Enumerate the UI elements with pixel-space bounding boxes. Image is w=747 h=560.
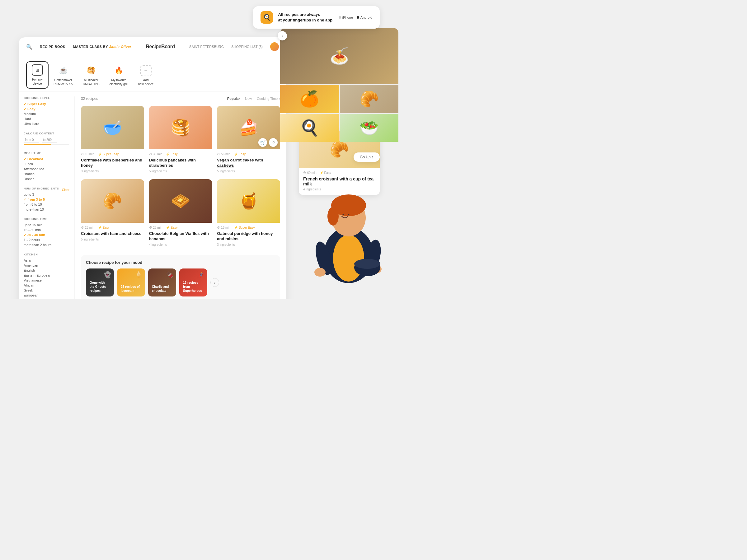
ios-badge[interactable]: iPhone <box>339 16 353 19</box>
recipe-time-3: ⏱ 56 min <box>217 153 230 156</box>
food-photo-orange: 🍊 <box>280 85 339 113</box>
search-icon[interactable]: 🔍 <box>26 44 32 50</box>
filter-more-than-10[interactable]: more than 10 <box>24 208 70 211</box>
filter-5-to-10[interactable]: from 5 to 10 <box>24 203 70 206</box>
filter-english[interactable]: English <box>24 268 70 272</box>
mood-cards: 👻 Gone with the Ghosts recipes 🍦 25 reci… <box>86 268 275 296</box>
filter-eastern-european[interactable]: Eastern European <box>24 273 70 277</box>
nav-location: SAINT-PETERSBURG <box>189 45 224 49</box>
sidebar: COOKING LEVEL Super Easy Easy Medium Har… <box>19 97 75 299</box>
filter-dinner[interactable]: Dinner <box>24 177 70 181</box>
filter-3-to-5[interactable]: from 3 to 5 <box>24 197 70 201</box>
filter-easy[interactable]: Easy <box>24 107 70 111</box>
filter-title-cooking-time: COOKING TIME <box>24 217 70 220</box>
recipe-card-6[interactable]: 🍯 ⏱ 15 min ⚡ Super Easy Oatmeal porridge… <box>217 179 280 248</box>
scroll-right-button[interactable]: › <box>278 31 287 41</box>
filter-1-2-hours[interactable]: 1 - 2 hours <box>24 238 70 242</box>
filter-asian[interactable]: Asian <box>24 259 70 262</box>
recipe-card-3[interactable]: 🍰 🛒 ♡ ⏱ 56 min ⚡ Easy Vegan carrot cakes <box>217 106 280 174</box>
filter-more-2-hours[interactable]: more than 2 hours <box>24 243 70 247</box>
filter-15-30[interactable]: 15 - 30 min <box>24 228 70 232</box>
favorite-button-3[interactable]: ♡ <box>269 138 278 147</box>
mood-card-icecream[interactable]: 🍦 25 recipes of icecream <box>117 268 145 296</box>
nav-recipe-book[interactable]: RECIPE BOOK <box>40 45 66 49</box>
coffeemaker-icon: ☕ <box>58 65 69 76</box>
filter-up-to-15[interactable]: up to 15 min <box>24 223 70 227</box>
promo-icon: 🍳 <box>260 11 273 24</box>
grill-icon: 🔥 <box>113 65 125 76</box>
recipe-name-3[interactable]: Vegan carrot cakes with cashews <box>217 158 280 168</box>
filter-calorie: CALORIE CONTENT <box>24 132 70 145</box>
filter-up-to-3[interactable]: up to 3 <box>24 193 70 196</box>
filter-greek[interactable]: Greek <box>24 288 70 292</box>
recipe-card-4[interactable]: 🥐 ⏱ 25 min ⚡ Easy Croissant with ham and… <box>81 179 144 248</box>
recipe-difficulty-2: ⚡ Easy <box>166 153 177 156</box>
calorie-from-input[interactable] <box>24 137 39 142</box>
recipe-ingredients-5: 4 ingredients <box>149 243 212 246</box>
filter-30-40[interactable]: 30 - 40 min <box>24 233 70 237</box>
filter-num-ingredients: NUM OF INGREDIENTS Clear up to 3 from 3 … <box>24 187 70 211</box>
filter-medium[interactable]: Medium <box>24 112 70 116</box>
filter-super-easy[interactable]: Super Easy <box>24 102 70 106</box>
recipe-difficulty-6: ⚡ Super Easy <box>234 226 255 229</box>
filter-african[interactable]: African <box>24 284 70 287</box>
add-to-cart-button-3[interactable]: 🛒 <box>258 138 267 147</box>
app-icon: 🍳 <box>263 14 271 21</box>
device-coffeemaker[interactable]: ☕ CoffeemakerRCM-M15095 <box>49 62 78 89</box>
promo-banner: 🍳 All recipes are always at your fingert… <box>253 6 380 29</box>
recipe-ingredients-2: 5 ingredients <box>149 169 212 173</box>
superheroes-icon: 🦸 <box>197 271 205 278</box>
recipe-name-4: Croissant with ham and cheese <box>81 231 144 236</box>
recipe-time-6: ⏱ 15 min <box>217 226 230 229</box>
filter-american[interactable]: American <box>24 264 70 267</box>
recipe-image-2: 🥞 <box>149 106 212 149</box>
promo-badges: iPhone Android <box>339 16 372 19</box>
recipe-card-2[interactable]: 🥞 ⏱ 30 min ⚡ Easy Delicious pancakes wit… <box>149 106 212 174</box>
sort-new[interactable]: New <box>245 97 252 101</box>
sort-popular[interactable]: Popular <box>227 97 240 101</box>
android-badge[interactable]: Android <box>357 16 372 19</box>
filter-branch[interactable]: Branch <box>24 172 70 176</box>
device-add[interactable]: + Addnew device <box>133 62 159 89</box>
filter-vietnamese[interactable]: Vietnamese <box>24 278 70 282</box>
filter-breakfast[interactable]: Breakfast <box>24 157 70 161</box>
nav-right: SAINT-PETERSBURG SHOPPING LIST (3) <box>189 42 279 51</box>
icecream-icon: 🍦 <box>135 271 143 278</box>
filter-lunch[interactable]: Lunch <box>24 162 70 166</box>
recipe-info-6: ⏱ 15 min ⚡ Super Easy Oatmeal porridge w… <box>217 223 280 248</box>
android-dot <box>357 16 359 19</box>
clear-ingredients-button[interactable]: Clear <box>62 188 70 192</box>
calorie-to-input[interactable] <box>42 137 57 142</box>
go-up-button[interactable]: Go Up ↑ <box>354 153 380 162</box>
recipe-time-1: ⏱ 10 min <box>81 153 94 156</box>
svg-point-7 <box>314 268 326 276</box>
nav-logo: RecipeBoard <box>146 44 175 50</box>
recipe-time-5: ⏱ 28 min <box>149 226 162 229</box>
recipe-meta-3: ⏱ 56 min ⚡ Easy <box>217 153 280 156</box>
filter-ultra-hard[interactable]: Ultra Hard <box>24 122 70 126</box>
recipe-card-5[interactable]: 🧇 ⏱ 28 min ⚡ Easy Chocolate Belgian Waff… <box>149 179 212 248</box>
filter-european[interactable]: European <box>24 293 70 297</box>
device-multibaker[interactable]: 🥞 MultibakerRMB-15095 <box>78 62 104 89</box>
mood-card-chocolate[interactable]: 🍫 Charlie and chocolate <box>148 268 176 296</box>
recipe-card-1[interactable]: 🥣 ⏱ 10 min ⚡ Super Easy Cornflakes with … <box>81 106 144 174</box>
multibaker-icon: 🥞 <box>85 65 97 76</box>
nav-masterclass[interactable]: MASTER CLASS BY Jamie Oliver <box>73 45 132 49</box>
sort-cooking-time[interactable]: Cooking Time <box>257 97 280 101</box>
nav-shopping-list[interactable]: SHOPPING LIST (3) <box>231 45 263 49</box>
navigation: 🔍 RECIPE BOOK MASTER CLASS BY Jamie Oliv… <box>19 37 286 56</box>
mood-card-superheroes[interactable]: 🦸 13 recipes from Superheroes <box>179 268 207 296</box>
filter-hard[interactable]: Hard <box>24 117 70 121</box>
mood-card-ghost[interactable]: 👻 Gone with the Ghosts recipes <box>86 268 114 296</box>
device-for-any[interactable]: ⊞ For anydevice <box>26 61 49 89</box>
filter-israeli[interactable]: Israeli <box>24 298 70 299</box>
filter-afternoon-tea[interactable]: Afternoon tea <box>24 167 70 171</box>
recipe-info-3: ⏱ 56 min ⚡ Easy Vegan carrot cakes with … <box>217 149 280 174</box>
filter-title-meal-time: MEAL TIME <box>24 152 70 155</box>
svg-point-10 <box>354 259 380 269</box>
user-avatar[interactable] <box>270 42 279 51</box>
food-photo-salad: 🥗 <box>340 114 399 142</box>
mood-next-arrow[interactable]: › <box>210 278 219 287</box>
device-grill[interactable]: 🔥 My favoriteelectricity grill <box>105 62 133 89</box>
mood-section: Choose recipe for your mood 👻 Gone with … <box>81 255 280 299</box>
